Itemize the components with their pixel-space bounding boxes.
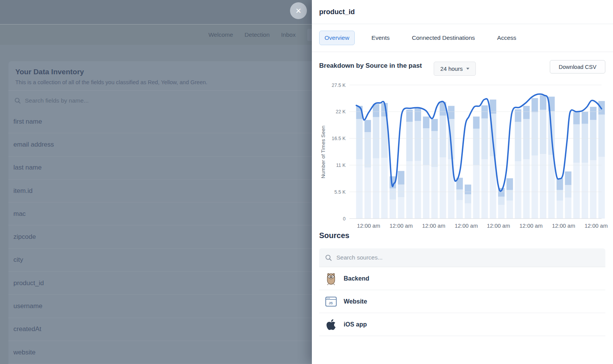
sources-search-input[interactable]	[336, 254, 529, 261]
field-name: createdAt	[13, 325, 41, 333]
field-name: zipcode	[13, 233, 36, 241]
svg-text:12:00 am: 12:00 am	[357, 223, 380, 229]
field-name: last name	[13, 164, 42, 171]
panel-tab-label: Overview	[325, 34, 349, 41]
nav-item-label: Welcome	[208, 31, 233, 38]
source-row[interactable]: iOS app	[319, 313, 605, 336]
nav-item[interactable]: Inbox	[281, 31, 296, 38]
source-row[interactable]: JS Website	[319, 290, 605, 313]
panel-tab[interactable]: Overview	[319, 31, 355, 45]
svg-text:22 K: 22 K	[336, 109, 346, 114]
svg-text:12:00 am: 12:00 am	[585, 223, 608, 229]
apple-icon	[326, 318, 336, 331]
field-name: email address	[13, 141, 54, 149]
browser-js-icon: JS	[325, 297, 337, 307]
time-range-dropdown[interactable]: 24 hours	[434, 62, 476, 76]
field-name: mac	[13, 210, 26, 218]
source-label: Backend	[344, 275, 369, 282]
sources-section: Sources	[312, 231, 613, 336]
field-name: city	[13, 256, 23, 264]
nav-item[interactable]: Detection	[244, 31, 269, 38]
source-icon-slot	[325, 318, 337, 331]
panel-tab[interactable]: Access	[492, 31, 522, 45]
field-name: username	[13, 302, 43, 310]
panel-header: product_id	[312, 0, 613, 24]
svg-text:5.5 K: 5.5 K	[334, 189, 346, 195]
svg-text:12:00 am: 12:00 am	[552, 223, 575, 229]
source-icon-slot: JS	[325, 297, 337, 307]
panel-tab-label: Access	[497, 34, 516, 41]
svg-text:12:00 am: 12:00 am	[487, 223, 510, 229]
svg-text:12:00 am: 12:00 am	[520, 223, 543, 229]
svg-text:12:00 am: 12:00 am	[390, 223, 413, 229]
nav-item-label: Inbox	[281, 31, 296, 38]
svg-text:27.5 K: 27.5 K	[332, 83, 346, 88]
panel-title: product_id	[319, 8, 355, 16]
svg-text:12:00 am: 12:00 am	[455, 223, 478, 229]
panel-tab[interactable]: Events	[366, 31, 395, 45]
svg-text:0: 0	[343, 216, 346, 222]
field-name: item.id	[13, 187, 33, 195]
breakdown-chart: 27.5 K22 K16.5 K11 K5.5 K0Number of Time…	[319, 78, 611, 232]
panel-tab[interactable]: Connected Destinations	[406, 31, 480, 45]
field-detail-panel: product_id Overview Events Connected Des…	[312, 0, 613, 364]
download-csv-button[interactable]: Download CSV	[550, 60, 605, 73]
search-icon	[15, 98, 21, 104]
time-range-value: 24 hours	[440, 65, 462, 72]
source-icon-slot	[325, 272, 337, 286]
chart-title: Breakdown by Source in the past	[319, 62, 422, 70]
fields-search-input[interactable]	[24, 97, 179, 104]
source-row[interactable]: Backend	[319, 267, 605, 290]
nav-item[interactable]: Welcome	[208, 31, 233, 38]
panel-tab-label: Connected Destinations	[412, 34, 475, 41]
chart-header: Breakdown by Source in the past 24 hours…	[312, 52, 613, 79]
search-icon	[325, 255, 332, 261]
svg-text:16.5 K: 16.5 K	[332, 136, 346, 141]
svg-text:11 K: 11 K	[336, 163, 346, 168]
chart-svg: 27.5 K22 K16.5 K11 K5.5 K0Number of Time…	[319, 78, 611, 232]
nav-item-label: Detection	[244, 31, 269, 38]
close-panel-button[interactable]: ✕	[290, 2, 307, 19]
field-name: product_id	[13, 279, 44, 287]
source-label: Website	[344, 298, 367, 305]
gopher-icon	[326, 272, 336, 286]
chevron-down-icon	[466, 68, 469, 70]
sources-heading: Sources	[319, 231, 613, 240]
close-icon: ✕	[295, 7, 302, 15]
panel-tab-label: Events	[372, 34, 390, 41]
panel-tabs: Overview Events Connected Destinations A…	[312, 24, 613, 52]
field-name: first name	[13, 118, 42, 126]
svg-text:12:00 am: 12:00 am	[422, 223, 445, 229]
svg-text:JS: JS	[329, 301, 333, 305]
sources-search-bar	[319, 248, 605, 267]
field-name: website	[13, 349, 36, 356]
source-label: iOS app	[344, 321, 367, 328]
svg-text:Number of Times Seen: Number of Times Seen	[320, 126, 326, 178]
sources-list: Backend JS Website	[319, 267, 605, 336]
